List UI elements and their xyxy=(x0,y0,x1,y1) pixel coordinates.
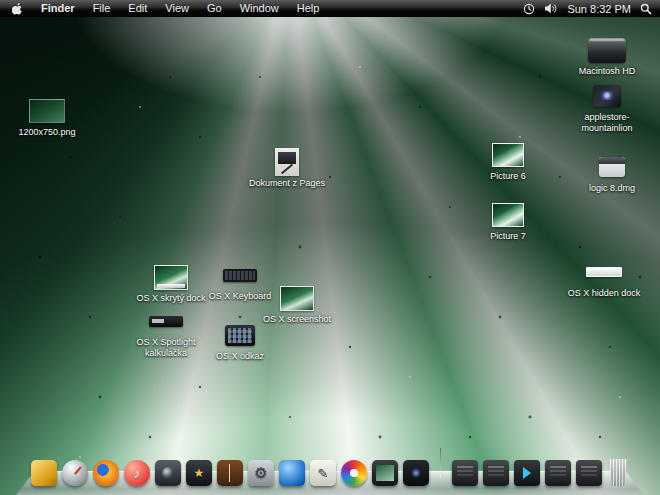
blue-app-icon[interactable] xyxy=(279,460,305,486)
desktop-icon-label: OS X odkaz xyxy=(216,351,264,362)
star-glyph: ★ xyxy=(186,460,212,486)
menu-bar-left: Finder File Edit View Go Window Help xyxy=(8,0,328,17)
desktop-icon-os-x-odkaz[interactable]: OS X odkaz xyxy=(200,322,280,362)
desktop-icon-label: logic 8.dmg xyxy=(589,183,635,194)
desktop-icon-os-x-hidden-dock[interactable]: OS X hidden dock xyxy=(564,259,644,299)
app-menu-finder[interactable]: Finder xyxy=(32,0,84,17)
desktop-icon-label: Picture 7 xyxy=(490,231,526,242)
desktop-icon-label: 1200x750.png xyxy=(18,127,75,138)
time-machine-icon[interactable] xyxy=(523,3,535,15)
garageband-guitar-icon[interactable] xyxy=(217,460,243,486)
stack-blue-glow-icon[interactable] xyxy=(514,460,540,486)
system-preferences-gear-icon[interactable]: ⚙ xyxy=(248,460,274,486)
dock: ♪ ★ ⚙ ✎ xyxy=(16,447,644,495)
dashboard-gauge-icon[interactable] xyxy=(62,460,88,486)
stack-briefcase-icon[interactable] xyxy=(452,460,478,486)
desktop-icon-os-x-screenshot[interactable]: OS X screenshot xyxy=(257,285,337,325)
spotlight-icon[interactable] xyxy=(640,3,652,15)
desktop-icon-logic-8-dmg[interactable]: logic 8.dmg xyxy=(572,154,652,194)
desktop-icon-macintosh-hd[interactable]: Macintosh HD xyxy=(567,37,647,77)
desktop-wallpaper: 1200x750.png Dokument z Pages Macintosh … xyxy=(0,17,660,495)
volume-icon[interactable] xyxy=(544,3,558,14)
music-app-icon[interactable]: ♪ xyxy=(124,460,150,486)
image-file-icon xyxy=(29,99,65,123)
screenshot-thumbnail-icon xyxy=(280,286,314,311)
desktop-icon-applestore-mountainlion[interactable]: applestore-mountainlion xyxy=(567,83,647,133)
stack-drawer-2-icon[interactable] xyxy=(576,460,602,486)
desktop-icon-dokument-z-pages[interactable]: Dokument z Pages xyxy=(247,149,327,189)
gear-glyph: ⚙ xyxy=(248,460,274,486)
menu-bar-status: Sun 8:32 PM xyxy=(523,3,652,15)
apple-logo-icon xyxy=(12,2,23,15)
menu-file[interactable]: File xyxy=(84,0,120,17)
dock-separator xyxy=(440,448,441,478)
thin-screenshot-icon xyxy=(586,267,622,277)
desktop-icon-1200x750-png[interactable]: 1200x750.png xyxy=(7,98,87,138)
desktop-icon-os-x-skryty-dock[interactable]: OS X skrytý dock xyxy=(131,264,211,304)
camera-app-icon[interactable] xyxy=(155,460,181,486)
apple-menu[interactable] xyxy=(8,2,32,15)
screenshot-thumbnail-icon xyxy=(154,265,188,290)
ink-pen-app-icon[interactable]: ✎ xyxy=(310,460,336,486)
desktop-icon-label: Picture 6 xyxy=(490,171,526,182)
mac-desktop-screen: Finder File Edit View Go Window Help Sun… xyxy=(0,0,660,495)
spotlight-bar-thumbnail-icon xyxy=(149,316,183,327)
desktop-icon-label: applestore-mountainlion xyxy=(568,112,646,133)
menu-view[interactable]: View xyxy=(156,0,198,17)
menu-edit[interactable]: Edit xyxy=(119,0,156,17)
movie-app-icon[interactable]: ★ xyxy=(186,460,212,486)
light-disk-image-icon xyxy=(599,157,625,177)
menu-window[interactable]: Window xyxy=(231,0,288,17)
firefox-browser-icon[interactable] xyxy=(93,460,119,486)
pen-glyph: ✎ xyxy=(310,460,336,486)
desktop-icon-label: Macintosh HD xyxy=(579,66,636,77)
dark-media-app-icon[interactable] xyxy=(403,460,429,486)
desktop-icon-os-x-spotlight-kalkulacka[interactable]: OS X Spotlight kalkulačka xyxy=(126,308,206,358)
stack-documents-icon[interactable] xyxy=(483,460,509,486)
keyboard-thumbnail-icon xyxy=(223,269,257,282)
dock-items: ♪ ★ ⚙ ✎ xyxy=(31,448,629,495)
pages-document-icon xyxy=(275,148,299,176)
color-wheel-app-icon[interactable] xyxy=(341,460,367,486)
desktop-icon-picture-6[interactable]: Picture 6 xyxy=(468,142,548,182)
photo-stack-app-icon[interactable] xyxy=(372,460,398,486)
wallpaper-speckles xyxy=(0,17,660,495)
photo-thumbnail-icon xyxy=(492,143,524,167)
music-note-glyph: ♪ xyxy=(124,460,150,486)
stack-drawer-icon[interactable] xyxy=(545,460,571,486)
desktop-icon-label: OS X skrytý dock xyxy=(136,293,205,304)
menu-help[interactable]: Help xyxy=(288,0,329,17)
dark-disk-image-icon xyxy=(593,85,621,107)
photo-thumbnail-icon xyxy=(492,203,524,227)
desktop-icon-label: Dokument z Pages xyxy=(249,178,325,189)
menu-go[interactable]: Go xyxy=(198,0,231,17)
trash-icon[interactable] xyxy=(607,459,629,486)
hard-drive-icon xyxy=(588,38,626,63)
desktop-icon-picture-7[interactable]: Picture 7 xyxy=(468,202,548,242)
menu-bar: Finder File Edit View Go Window Help Sun… xyxy=(0,0,660,17)
desktop-icon-label: OS X hidden dock xyxy=(568,288,641,299)
yellow-app-icon[interactable] xyxy=(31,460,57,486)
keyboard-thumbnail-icon xyxy=(225,325,255,346)
desktop-icon-label: OS X Spotlight kalkulačka xyxy=(127,337,205,358)
menu-clock[interactable]: Sun 8:32 PM xyxy=(567,3,631,15)
